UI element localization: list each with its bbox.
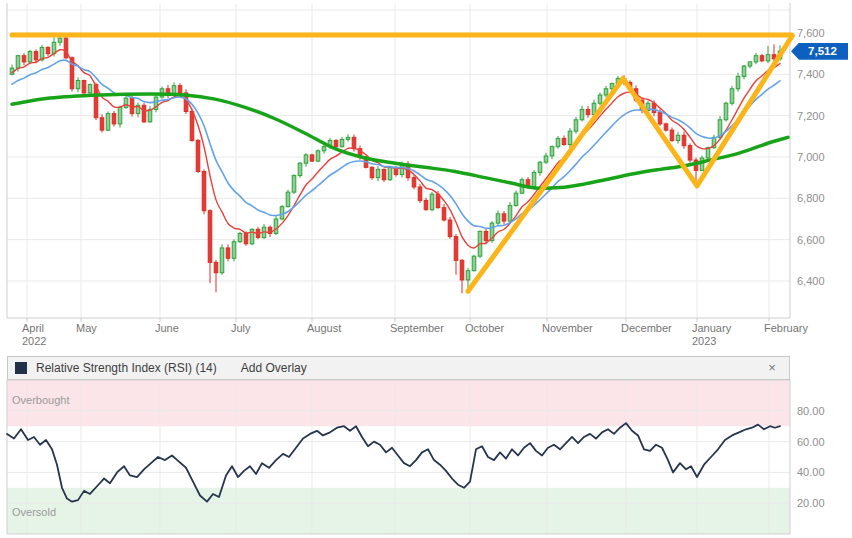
candle (292, 174, 296, 194)
candle (430, 192, 434, 211)
candle (556, 136, 560, 149)
candle (22, 53, 26, 65)
candle (76, 77, 80, 92)
time-axis-label: October (465, 322, 504, 335)
candle (730, 86, 734, 106)
candle (88, 83, 92, 95)
price-axis-label: 6,600 (797, 234, 825, 246)
candle (598, 93, 602, 106)
time-axis-label: June (155, 322, 179, 335)
candle (154, 94, 158, 112)
candle (118, 106, 122, 128)
candle (508, 202, 512, 222)
candle (376, 166, 380, 181)
time-axis-label: April2022 (22, 322, 46, 348)
candle (502, 211, 506, 224)
candle (448, 217, 452, 239)
candle (346, 134, 350, 141)
oversold-label: Oversold (12, 506, 56, 518)
price-axis-label: 7,200 (797, 110, 825, 122)
candle (412, 175, 416, 189)
candle (10, 65, 14, 76)
candle (370, 166, 374, 180)
candle (250, 228, 254, 245)
candle (424, 198, 428, 211)
candle (166, 85, 170, 98)
candle (196, 139, 200, 173)
candle (112, 111, 116, 127)
candle (214, 260, 218, 292)
price-axis-label: 6,400 (797, 275, 825, 287)
moving-average-fast (12, 50, 780, 248)
candle (280, 205, 284, 220)
time-axis-label: January2023 (692, 322, 731, 348)
candle (142, 103, 146, 123)
candle (688, 143, 692, 162)
candle (124, 95, 128, 109)
candle (568, 128, 572, 148)
candle (310, 154, 314, 162)
candle (496, 210, 500, 226)
price-axis-label: 6,800 (797, 192, 825, 204)
candle (136, 103, 140, 118)
candle (682, 132, 686, 149)
candle (304, 153, 308, 166)
candle (754, 53, 758, 64)
price-axis-label: 7,400 (797, 68, 825, 80)
candle (382, 169, 386, 182)
candle (562, 135, 566, 145)
candle (748, 61, 752, 68)
time-axis-label: May (76, 322, 97, 335)
time-axis-label: September (390, 322, 444, 335)
time-axis-label: July (231, 322, 251, 335)
candle (538, 161, 542, 176)
candle (202, 169, 206, 214)
rsi-axis-label: 20.00 (797, 497, 825, 509)
candle (676, 132, 680, 144)
rsi-axis-label: 40.00 (797, 466, 825, 478)
candle (664, 122, 668, 131)
candle (454, 234, 458, 275)
candle (298, 162, 302, 178)
overbought-label: Overbought (12, 394, 69, 406)
candle (46, 46, 50, 56)
oversold-band (7, 488, 790, 534)
candle (670, 127, 674, 141)
stock-chart-app: 7,6007,4007,2007,0006,8006,6006,400 7,51… (0, 0, 852, 538)
candle (28, 50, 32, 65)
moving-average-medium (12, 60, 780, 228)
chart-canvas (0, 0, 852, 538)
candle (418, 184, 422, 203)
candle (274, 216, 278, 235)
candle (460, 259, 464, 293)
overbought-band (7, 380, 790, 426)
candle (106, 111, 110, 131)
time-axis-label: December (621, 322, 672, 335)
candle (736, 73, 740, 92)
candle (316, 149, 320, 162)
candle (514, 191, 518, 207)
candle (472, 255, 476, 272)
candle (604, 86, 608, 98)
last-price-badge: 7,512 (791, 43, 848, 60)
candle (760, 54, 764, 62)
candle (286, 190, 290, 208)
time-axis-label: August (307, 322, 341, 335)
candle (226, 244, 230, 261)
rsi-close-icon[interactable]: × (763, 359, 781, 377)
candle (580, 106, 584, 122)
candle (724, 102, 728, 122)
rsi-legend-swatch-icon (15, 362, 27, 374)
price-axis-label: 7,600 (797, 27, 825, 39)
candle (100, 114, 104, 132)
rsi-axis-label: 60.00 (797, 436, 825, 448)
rsi-panel-title: Relative Strength Index (RSI) (14) (36, 361, 217, 375)
last-price-value: 7,512 (808, 45, 837, 57)
time-axis-label: February (764, 322, 808, 335)
candle (340, 137, 344, 148)
candle (238, 232, 242, 243)
add-overlay-button[interactable]: Add Overlay (241, 361, 307, 375)
price-axis-label: 7,000 (797, 151, 825, 163)
candle (442, 204, 446, 221)
candle (574, 117, 578, 134)
